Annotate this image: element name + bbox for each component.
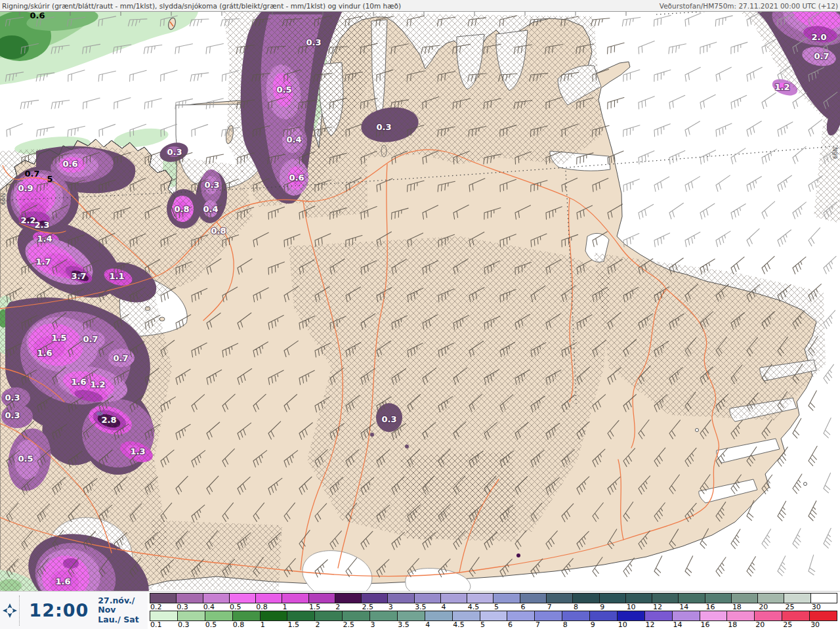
scale-cell <box>203 594 230 603</box>
svg-text:3.7: 3.7 <box>71 271 86 281</box>
scale-cell <box>453 611 480 620</box>
scale-label: 14 <box>673 621 700 628</box>
scale-cell <box>398 611 425 620</box>
scale-label: 9 <box>599 603 625 611</box>
scale-label: 3 <box>388 603 414 611</box>
scale-label: 0.4 <box>203 603 229 611</box>
scale-cell <box>256 594 282 603</box>
scale-cell <box>547 594 573 603</box>
svg-text:0.9: 0.9 <box>18 183 33 193</box>
scale-label: 25 <box>785 603 811 611</box>
svg-text:2.0: 2.0 <box>811 32 826 42</box>
scale-cell <box>600 594 626 603</box>
scale-label: 4 <box>425 621 452 628</box>
scale-label: 0.3 <box>176 603 202 611</box>
scale-label: 9 <box>590 621 618 628</box>
svg-text:0.7: 0.7 <box>814 51 829 61</box>
scale-label: 16 <box>700 621 727 628</box>
scale-cell <box>784 594 810 603</box>
scale-label: 1 <box>282 603 308 611</box>
scale-label: 12 <box>652 603 679 611</box>
rain-color-scale <box>150 611 837 621</box>
scale-cell <box>811 594 837 603</box>
scale-label: 0.3 <box>177 621 205 628</box>
scale-cell <box>727 611 755 620</box>
svg-text:0.3: 0.3 <box>381 414 396 424</box>
svg-text:1.3: 1.3 <box>130 446 145 456</box>
svg-text:1.7: 1.7 <box>35 257 51 267</box>
svg-text:0.6: 0.6 <box>289 173 304 183</box>
scale-label: 4.5 <box>452 621 480 628</box>
header-bar: Rigning/skúrir (grænt/blátt/rautt - mm/1… <box>0 0 840 12</box>
svg-text:1.2: 1.2 <box>90 380 105 389</box>
scale-cell <box>494 594 520 603</box>
svg-text:0.8: 0.8 <box>211 226 226 236</box>
met-office-logo-icon <box>0 602 19 619</box>
scale-cell <box>562 611 590 620</box>
svg-text:0.5: 0.5 <box>18 454 33 464</box>
svg-text:1.6: 1.6 <box>37 348 52 358</box>
scale-cell <box>679 594 705 603</box>
scale-cell <box>315 611 343 620</box>
scale-label: 1 <box>260 621 287 628</box>
scale-label: 2 <box>315 621 343 628</box>
svg-text:66N: 66N <box>0 193 7 205</box>
scale-label: 0.5 <box>229 603 255 611</box>
snow-color-scale <box>150 593 837 603</box>
scale-cell <box>370 611 398 620</box>
svg-text:0.3: 0.3 <box>376 122 391 132</box>
valid-date-line2: Lau./ Sat <box>98 615 138 624</box>
scale-cell <box>233 611 261 620</box>
scale-label: 0.5 <box>205 621 232 628</box>
scale-cell <box>520 594 547 603</box>
valid-date: 27.nóv./ Nov Lau./ Sat <box>98 596 148 624</box>
scale-cell <box>645 611 673 620</box>
scale-cell <box>343 611 370 620</box>
scale-cell <box>178 611 205 620</box>
scale-label: 16 <box>705 603 732 611</box>
scale-label: 8 <box>562 621 590 628</box>
scale-label: 20 <box>758 603 784 611</box>
scale-cell <box>480 611 508 620</box>
svg-text:0.3: 0.3 <box>167 147 182 157</box>
svg-text:2.3: 2.3 <box>34 220 49 230</box>
scale-label: 2 <box>335 603 361 611</box>
scale-label: 0.1 <box>150 621 177 628</box>
valid-time-panel: 12:00 27.nóv./ Nov Lau./ Sat <box>0 591 148 629</box>
scale-label: 6 <box>520 603 546 611</box>
svg-text:1.6: 1.6 <box>55 576 70 586</box>
scale-label: 8 <box>573 603 599 611</box>
svg-text:5: 5 <box>47 174 52 184</box>
scale-cell <box>782 611 810 620</box>
scale-label: 25 <box>782 621 810 628</box>
iceland-weather-map: 0.60.750.30.50.40.60.30.30.60.30.80.40.8… <box>0 12 840 629</box>
svg-text:0.6: 0.6 <box>30 12 45 20</box>
scale-label: 7 <box>535 621 562 628</box>
scale-label: 4 <box>440 603 467 611</box>
rain-scale-labels: 0.10.30.50.811.522.533.544.5567891012141… <box>150 621 837 628</box>
svg-text:2.2: 2.2 <box>20 215 35 225</box>
scale-label: 7 <box>547 603 573 611</box>
svg-text:0.3: 0.3 <box>204 180 219 190</box>
scale-label: 2.5 <box>342 621 369 628</box>
scale-cell <box>388 594 414 603</box>
scale-cell <box>150 611 178 620</box>
scale-label: 2.5 <box>362 603 388 611</box>
scale-label: 3.5 <box>414 603 440 611</box>
scale-label: 30 <box>810 621 837 628</box>
scale-label: 3.5 <box>397 621 425 628</box>
model-run-timestamp: Veðurstofan/HM750m: 27.11.2021 00:00 UTC… <box>660 2 840 10</box>
scale-cell <box>700 611 728 620</box>
scale-cell <box>150 594 177 603</box>
scale-label: 10 <box>626 603 652 611</box>
scale-label: 5 <box>494 603 520 611</box>
scale-cell <box>467 594 494 603</box>
legend-panel: 0.20.30.40.50.811.522.533.544.5567891012… <box>148 591 840 629</box>
svg-text:0.8: 0.8 <box>174 204 189 214</box>
svg-text:0.6: 0.6 <box>62 159 77 169</box>
scale-cell <box>535 611 562 620</box>
scale-cell <box>590 611 618 620</box>
scale-cell <box>573 594 599 603</box>
svg-text:0.3: 0.3 <box>5 410 20 420</box>
scale-cell <box>425 611 453 620</box>
